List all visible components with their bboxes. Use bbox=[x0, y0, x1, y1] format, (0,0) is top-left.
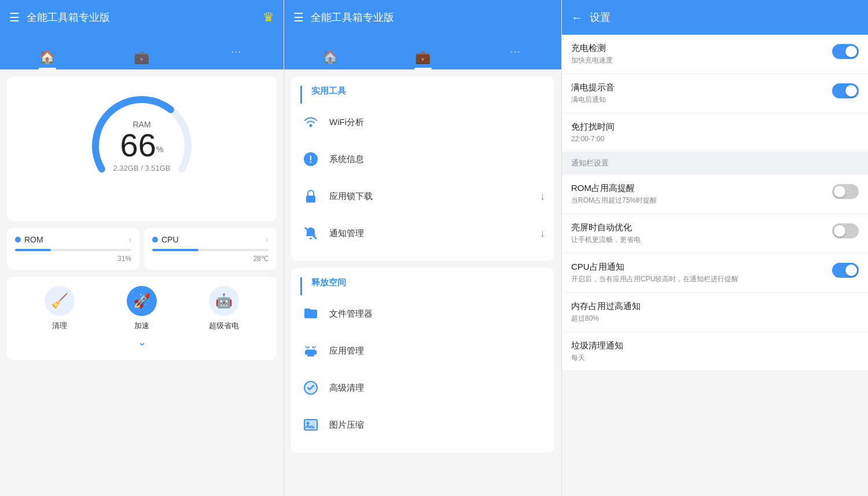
tab-more-2[interactable]: ⋯ bbox=[469, 45, 561, 69]
app-manager-item[interactable]: 应用管理 bbox=[291, 332, 554, 369]
notification-section-header: 通知栏设置 bbox=[562, 152, 868, 175]
boost-icon-bg: 🚀 bbox=[127, 286, 157, 316]
rom-alert-toggle[interactable] bbox=[832, 184, 859, 199]
notification-item[interactable]: 通知管理 ↓ bbox=[291, 215, 554, 252]
svg-text:!: ! bbox=[309, 155, 312, 164]
practical-tools-title: 实用工具 bbox=[300, 86, 554, 104]
screen-optimize-toggle[interactable] bbox=[832, 223, 859, 238]
bell-mute-icon bbox=[300, 223, 321, 244]
full-charge-sound-item[interactable]: 满电提示音 满电后通知 bbox=[562, 74, 868, 113]
mem-notify-desc: 超过80% bbox=[571, 314, 859, 324]
cpu-notify-desc: 开启后，当有应用占用CPU较高时，在通知栏进行提醒 bbox=[571, 274, 825, 284]
tools-icon-2: 💼 bbox=[415, 50, 431, 65]
clean-icon-bg: 🧹 bbox=[45, 286, 75, 316]
cpu-notify-name: CPU占用通知 bbox=[571, 262, 825, 273]
gauge-center: RAM 66% 2.32GB / 3.51GB bbox=[113, 120, 170, 172]
charge-detect-track bbox=[832, 44, 859, 59]
app-lock-label: 应用锁下载 bbox=[329, 191, 540, 202]
mem-notify-name: 内存占用过高通知 bbox=[571, 301, 859, 312]
cpu-name-row: CPU bbox=[152, 235, 179, 244]
system-info-item[interactable]: ! 系统信息 bbox=[291, 141, 554, 178]
svg-line-12 bbox=[306, 346, 308, 348]
notification-label: 通知管理 bbox=[329, 228, 540, 239]
svg-point-18 bbox=[307, 422, 310, 425]
crown-icon[interactable]: ♛ bbox=[263, 10, 274, 25]
panel-tools: ☰ 全能工具箱专业版 🏠 💼 ⋯ 实用工具 bbox=[284, 0, 561, 496]
rom-alert-track bbox=[832, 184, 859, 199]
gauge-memory: 2.32GB / 3.51GB bbox=[113, 164, 170, 172]
mem-notify-item[interactable]: 内存占用过高通知 超过80% bbox=[562, 293, 868, 332]
cpu-stat-card[interactable]: CPU › 28℃ bbox=[144, 228, 277, 270]
boost-button[interactable]: 🚀 加速 ⌄ bbox=[127, 286, 157, 351]
gauge-container: RAM 66% 2.32GB / 3.51GB bbox=[84, 88, 200, 204]
rom-bar-fill bbox=[15, 249, 51, 251]
gauge-percent-value: 66 bbox=[120, 127, 156, 163]
rom-stat-header: ROM › bbox=[15, 235, 131, 244]
ram-gauge-card: RAM 66% 2.32GB / 3.51GB bbox=[7, 76, 277, 221]
tab-tools-2[interactable]: 💼 bbox=[377, 50, 469, 69]
tab-home[interactable]: 🏠 bbox=[0, 50, 94, 69]
cpu-notify-info: CPU占用通知 开启后，当有应用占用CPU较高时，在通知栏进行提醒 bbox=[571, 262, 825, 284]
clean-notify-item[interactable]: 垃圾清理通知 每天 bbox=[562, 332, 868, 372]
rom-alert-name: ROM占用高提醒 bbox=[571, 183, 825, 194]
advanced-clean-icon bbox=[300, 377, 321, 398]
cpu-arrow-icon: › bbox=[266, 235, 269, 244]
wifi-analysis-label: WiFi分析 bbox=[329, 117, 545, 128]
system-info-label: 系统信息 bbox=[329, 154, 545, 165]
cpu-notify-item[interactable]: CPU占用通知 开启后，当有应用占用CPU较高时，在通知栏进行提醒 bbox=[562, 253, 868, 293]
practical-tools-section: 实用工具 WiFi分析 ! 系统信 bbox=[291, 76, 554, 261]
screen-optimize-item[interactable]: 亮屏时自动优化 让手机更流畅，更省电 bbox=[562, 214, 868, 253]
dnd-name: 免打扰时间 bbox=[571, 122, 859, 133]
clean-notify-info: 垃圾清理通知 每天 bbox=[571, 340, 859, 363]
folder-icon bbox=[300, 303, 321, 324]
clean-notify-desc: 每天 bbox=[571, 353, 859, 363]
rom-stat-card[interactable]: ROM › 31% bbox=[7, 228, 139, 270]
home-icon: 🏠 bbox=[39, 50, 55, 65]
file-manager-item[interactable]: 文件管理器 bbox=[291, 295, 554, 332]
app-lock-item[interactable]: 应用锁下载 ↓ bbox=[291, 178, 554, 215]
home-icon-2: 🏠 bbox=[322, 50, 338, 65]
tab-home-2[interactable]: 🏠 bbox=[284, 50, 377, 69]
charge-detect-desc: 加快充电速度 bbox=[571, 56, 825, 65]
advanced-clean-item[interactable]: 高级清理 bbox=[291, 369, 554, 406]
charge-detect-item[interactable]: 充电检测 加快充电速度 bbox=[562, 35, 868, 74]
panel2-content: 实用工具 WiFi分析 ! 系统信 bbox=[284, 69, 561, 496]
tab-tools[interactable]: 💼 bbox=[94, 50, 189, 69]
clean-button[interactable]: 🧹 清理 bbox=[45, 286, 75, 351]
panel-settings: ← 设置 充电检测 加快充电速度 满电提示音 满电后通知 bbox=[561, 0, 868, 496]
full-charge-thumb bbox=[845, 85, 857, 97]
image-compress-label: 图片压缩 bbox=[329, 420, 545, 431]
cpu-notify-track bbox=[832, 263, 859, 278]
menu-icon[interactable]: ☰ bbox=[9, 10, 20, 24]
full-charge-name: 满电提示音 bbox=[571, 82, 825, 93]
info-icon: ! bbox=[300, 149, 321, 170]
rom-arrow-icon: › bbox=[128, 235, 131, 244]
stats-row: ROM › 31% CPU › bbox=[7, 228, 277, 270]
full-charge-track bbox=[832, 83, 859, 98]
header-panel2: ☰ 全能工具箱专业版 bbox=[284, 0, 561, 35]
charge-detect-toggle[interactable] bbox=[832, 44, 859, 59]
powersave-button[interactable]: 🤖 超级省电 bbox=[209, 286, 239, 351]
tab-more[interactable]: ⋯ bbox=[189, 45, 284, 69]
dnd-info: 免打扰时间 22:00-7:00 bbox=[571, 122, 859, 144]
image-compress-item[interactable]: 图片压缩 bbox=[291, 406, 554, 443]
gauge-unit: % bbox=[156, 145, 163, 154]
menu-icon-2[interactable]: ☰ bbox=[293, 10, 304, 24]
tabbar-panel2: 🏠 💼 ⋯ bbox=[284, 35, 561, 69]
chevron-down-icon: ⌄ bbox=[138, 336, 146, 351]
app-lock-download-icon: ↓ bbox=[540, 190, 545, 203]
cpu-notify-toggle[interactable] bbox=[832, 263, 859, 278]
rom-alert-item[interactable]: ROM占用高提醒 当ROM占用超过75%时提醒 bbox=[562, 175, 868, 214]
back-button[interactable]: ← bbox=[571, 11, 583, 24]
screen-optimize-track bbox=[832, 223, 859, 238]
rom-name-row: ROM bbox=[15, 235, 43, 244]
advanced-clean-label: 高级清理 bbox=[329, 383, 545, 394]
dnd-desc: 22:00-7:00 bbox=[571, 134, 859, 144]
rom-value: 31% bbox=[15, 255, 131, 263]
wifi-analysis-item[interactable]: WiFi分析 bbox=[291, 104, 554, 141]
full-charge-toggle[interactable] bbox=[832, 83, 859, 98]
clean-notify-name: 垃圾清理通知 bbox=[571, 340, 859, 351]
header-panel1: ☰ 全能工具箱专业版 ♛ bbox=[0, 0, 284, 35]
tabbar-panel1: 🏠 💼 ⋯ bbox=[0, 35, 284, 69]
dnd-item[interactable]: 免打扰时间 22:00-7:00 bbox=[562, 113, 868, 153]
